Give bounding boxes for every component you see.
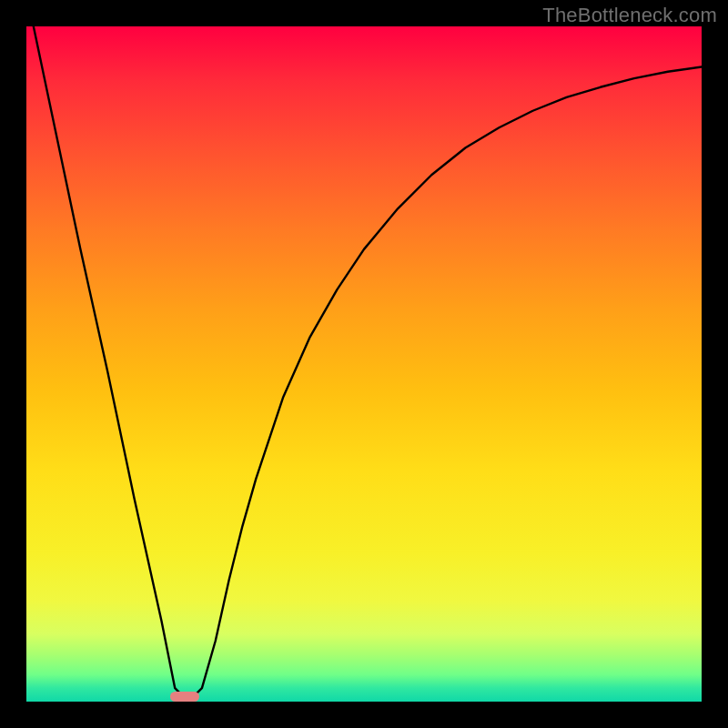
minimum-marker xyxy=(170,692,199,702)
watermark-text: TheBottleneck.com xyxy=(542,4,717,27)
chart-frame: TheBottleneck.com xyxy=(0,0,728,728)
bottleneck-curve xyxy=(26,26,702,702)
plot-area xyxy=(26,26,702,702)
curve-layer xyxy=(26,26,702,702)
